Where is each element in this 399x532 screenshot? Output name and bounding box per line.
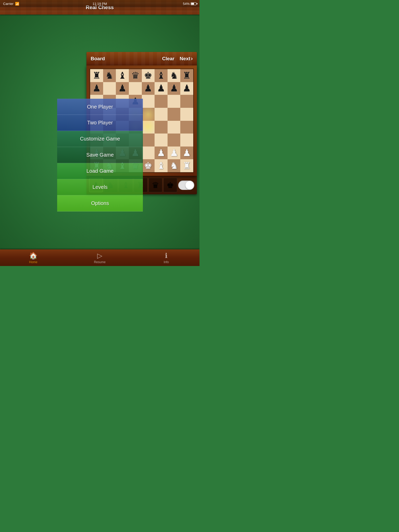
piece-br-0-0: ♜ [92, 71, 101, 80]
piece-wp-6-6: ♟ [170, 148, 178, 158]
tray-piece-queen[interactable]: ♛ [149, 178, 162, 192]
chess-cell-2-6[interactable] [168, 95, 181, 108]
chess-cell-0-2[interactable]: ♝ [116, 69, 129, 82]
chess-cell-1-0[interactable]: ♟ [90, 82, 103, 95]
home-icon: 🏠 [29, 252, 37, 260]
tab-bar: 🏠 Home ▷ Resume ℹ Info [0, 249, 200, 266]
menu-item-save[interactable]: Save Game [57, 147, 143, 163]
chess-cell-4-5[interactable] [155, 121, 168, 134]
menu-item-options[interactable]: Options [57, 195, 143, 211]
chess-cell-3-5[interactable] [155, 108, 168, 121]
chess-cell-0-5[interactable]: ♝ [155, 69, 168, 82]
board-label: Board [91, 56, 105, 62]
menu-item-levels[interactable]: Levels [57, 179, 143, 195]
chess-cell-5-7[interactable] [180, 134, 193, 147]
piece-wb-7-5: ♝ [157, 161, 165, 170]
piece-bb-0-2: ♝ [118, 71, 127, 80]
menu-item-customize[interactable]: Customize Game [57, 131, 143, 147]
menu-item-two-player[interactable]: Two Player [57, 115, 143, 131]
tab-resume[interactable]: ▷ Resume [66, 252, 133, 264]
tab-info[interactable]: ℹ Info [133, 252, 200, 264]
chess-cell-3-7[interactable] [180, 108, 193, 121]
chess-cell-0-7[interactable]: ♜ [180, 69, 193, 82]
menu-item-one-player[interactable]: One Player [57, 99, 143, 115]
chess-cell-0-6[interactable]: ♞ [168, 69, 181, 82]
chess-cell-2-7[interactable] [180, 95, 193, 108]
piece-bn-0-6: ♞ [170, 71, 178, 80]
chess-cell-0-4[interactable]: ♚ [142, 69, 155, 82]
chess-cell-6-5[interactable]: ♟ [155, 147, 168, 159]
piece-bp-1-7: ♟ [183, 84, 191, 93]
chess-cell-7-4[interactable]: ♚ [142, 159, 155, 172]
piece-bq-0-3: ♛ [131, 71, 139, 80]
piece-bk-0-4: ♚ [144, 71, 152, 80]
chess-cell-7-5[interactable]: ♝ [155, 159, 168, 172]
resume-icon: ▷ [97, 252, 102, 260]
chess-cell-1-7[interactable]: ♟ [180, 82, 193, 95]
status-bar: Carrier 📶 11:19 PM 54% [0, 0, 200, 7]
piece-br-0-7: ♜ [183, 71, 191, 80]
chess-cell-1-1[interactable] [103, 82, 116, 95]
tab-resume-label: Resume [94, 260, 106, 264]
chess-cell-4-7[interactable] [180, 121, 193, 134]
clear-button[interactable]: Clear [162, 56, 175, 62]
battery-icon [191, 2, 196, 5]
chess-cell-1-3[interactable] [129, 82, 142, 95]
chess-cell-5-4[interactable] [142, 134, 155, 147]
chess-cell-3-6[interactable] [168, 108, 181, 121]
piece-bb-0-5: ♝ [157, 71, 165, 80]
chevron-right-icon: › [191, 55, 193, 62]
piece-bp-1-2: ♟ [118, 84, 127, 93]
chess-cell-0-3[interactable]: ♛ [129, 69, 142, 82]
piece-wn-7-6: ♞ [170, 161, 178, 170]
piece-wr-7-7: ♜ [183, 161, 191, 170]
chess-cell-6-7[interactable]: ♟ [180, 147, 193, 159]
chess-cell-5-6[interactable] [168, 134, 181, 147]
chess-cell-6-4[interactable] [142, 147, 155, 159]
piece-wp-6-7: ♟ [183, 148, 191, 158]
carrier-label: Carrier [3, 2, 14, 6]
chess-cell-4-4[interactable] [142, 121, 155, 134]
chess-cell-6-6[interactable]: ♟ [168, 147, 181, 159]
piece-bn-0-1: ♞ [105, 71, 114, 80]
chess-cell-5-5[interactable] [155, 134, 168, 147]
chess-cell-1-2[interactable]: ♟ [116, 82, 129, 95]
piece-bp-1-6: ♟ [170, 84, 178, 93]
board-header: Board Clear Next › [87, 52, 197, 65]
chess-cell-1-4[interactable]: ♟ [142, 82, 155, 95]
piece-bp-1-0: ♟ [92, 84, 101, 93]
piece-wp-6-5: ♟ [157, 148, 165, 158]
chess-cell-1-6[interactable]: ♟ [168, 82, 181, 95]
piece-bp-1-4: ♟ [144, 84, 152, 93]
menu-item-load[interactable]: Load Game [57, 163, 143, 179]
tab-info-label: Info [164, 260, 169, 264]
info-icon: ℹ [165, 252, 168, 260]
battery-percent: 54% [183, 2, 190, 6]
chess-cell-1-5[interactable]: ♟ [155, 82, 168, 95]
toggle-knob [185, 181, 194, 189]
chess-cell-2-4[interactable] [142, 95, 155, 108]
tab-home-label: Home [29, 260, 37, 264]
tab-home[interactable]: 🏠 Home [0, 252, 66, 264]
tray-piece-king[interactable]: ♚ [163, 178, 177, 192]
chess-cell-0-1[interactable]: ♞ [103, 69, 116, 82]
menu-panel: One Player Two Player Customize Game Sav… [57, 99, 143, 211]
chess-cell-0-0[interactable]: ♜ [90, 69, 103, 82]
color-toggle[interactable] [178, 181, 194, 190]
chess-cell-3-4[interactable] [142, 108, 155, 121]
chess-cell-4-6[interactable] [168, 121, 181, 134]
piece-wk-7-4: ♚ [144, 161, 152, 170]
piece-bp-1-5: ♟ [157, 84, 165, 93]
chess-cell-2-5[interactable] [155, 95, 168, 108]
wifi-icon: 📶 [15, 2, 19, 6]
chess-cell-7-6[interactable]: ♞ [168, 159, 181, 172]
clock: 11:19 PM [92, 2, 107, 6]
chess-cell-7-7[interactable]: ♜ [180, 159, 193, 172]
next-button[interactable]: Next › [179, 55, 193, 62]
